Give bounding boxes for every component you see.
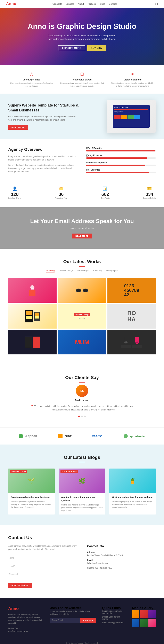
feelx-logo-text: feelix. [92, 434, 103, 438]
contact-section: Contact Us Anno template provides fully … [0, 525, 164, 598]
subscribe-button[interactable]: SUBSCRIBE [80, 618, 96, 623]
explore-more-button[interactable]: EXPLORE MORE [58, 45, 85, 51]
dot-3[interactable] [84, 416, 86, 417]
footer-col-gallery: Media Gallery [132, 606, 156, 633]
portfolio-item-7[interactable] [8, 330, 57, 354]
avatar-image: DL [76, 384, 88, 397]
footer-link-3[interactable]: Boost writing production [102, 622, 126, 624]
footer-link-2[interactable]: Design your perfect career [102, 616, 126, 620]
tile-4 [134, 115, 140, 119]
blog-card-2[interactable]: 🌿 OCTOBER 28, 2017 A guide to content ma… [59, 468, 105, 514]
gallery-thumb-6 [149, 619, 156, 627]
twitter-icon[interactable]: t [155, 2, 156, 5]
tab-creative[interactable]: Creative Design [59, 269, 73, 273]
stat-clients: 👤 128 Satisfied Clients [8, 186, 21, 199]
template-text: Superb Website Template for Startups & S… [8, 103, 79, 130]
ux-icon: ◎ [9, 72, 54, 77]
nav-links: Concepts Services About Portfolio Blogs … [52, 3, 117, 5]
portfolio-item-8[interactable]: MUM [58, 330, 106, 354]
tile-1 [114, 115, 121, 119]
skill-php-bar [86, 172, 156, 173]
portfolio-item-6[interactable]: ПОHA [107, 304, 156, 328]
template-section: Superb Website Template for Startups & S… [0, 94, 164, 139]
tab-branding[interactable]: Branding [46, 269, 54, 273]
portfolio-item-5[interactable]: Creative Design Portfolio [58, 304, 106, 328]
hero-section: Anno is Graphic Design Studio Graphic de… [0, 8, 164, 65]
support-label: Support Tickets [143, 197, 156, 199]
digital-desc: Digital Solutions is a service of a solu… [110, 82, 155, 88]
blog-card-1[interactable]: 🌱 JANUARY 31, 2019 Creating a website fo… [8, 468, 55, 514]
email-read-more-button[interactable]: READ MORE [72, 234, 92, 238]
hero-content: Anno is Graphic Design Studio Graphic de… [28, 22, 136, 51]
portfolio-item-4[interactable] [8, 304, 57, 328]
portfolio-item-2[interactable] [58, 278, 106, 303]
agency-desc2: We use the latest development standards … [8, 164, 78, 174]
name-input[interactable] [8, 555, 77, 561]
blog-title-3: Writing great content for your website [112, 496, 153, 499]
asphalt-logo-icon [19, 434, 23, 438]
blogs-num: 662 [101, 192, 110, 197]
feature-digital: ◈ Digital Solutions Digital Solutions is… [107, 72, 158, 88]
form-field-phone [8, 572, 77, 577]
dot-2[interactable] [81, 416, 83, 417]
svg-rect-2 [31, 288, 34, 290]
skill-jquery: jQuery Expertise [86, 154, 156, 159]
nav-link-contact[interactable]: Contact [109, 3, 117, 5]
portfolio-item-9[interactable] [107, 330, 156, 354]
dot-1[interactable] [78, 416, 80, 417]
brands-section: Asphalt bolt feelix. sproutsocial [0, 428, 164, 444]
digital-icon: ◈ [110, 72, 155, 77]
footer-gallery [132, 610, 156, 627]
tile-2 [121, 115, 127, 119]
testimonial-dots [8, 416, 156, 417]
gallery-thumb-4 [132, 619, 139, 627]
testimonial-name: David Levine [8, 399, 156, 402]
footer-link-1[interactable]: Engaging accountants and media [102, 610, 126, 614]
skill-php-fill [86, 172, 149, 173]
template-title: Superb Website Template for Startups & S… [8, 103, 79, 113]
nav-link-concepts[interactable]: Concepts [52, 3, 62, 5]
dark-tags [121, 337, 131, 348]
logo-text: Anno [6, 2, 16, 6]
digital-title: Digital Solutions [110, 78, 155, 81]
laptop-visual: CREATIVE MIX Design Studio [107, 100, 156, 133]
email-value: hello.info@yoursite.com [87, 562, 109, 564]
portfolio-item-1[interactable] [8, 278, 57, 303]
contact-info-title: Contact Info [87, 544, 156, 548]
screen-divider [114, 110, 148, 110]
nav-link-services[interactable]: Services [66, 3, 74, 5]
email-input[interactable] [8, 563, 77, 569]
nav-link-blogs[interactable]: Blogs [99, 3, 105, 5]
tab-stationery[interactable]: Stationery [93, 269, 102, 273]
portfolio-item-3[interactable]: 012345678942 [107, 278, 156, 303]
tab-web[interactable]: Web Design [77, 269, 89, 273]
email-section: Let Your Email Address Speak for You Joi… [0, 207, 164, 249]
contact-email: Email: hello.info@yoursite.com [87, 559, 156, 565]
buy-now-button[interactable]: BUY NOW [87, 45, 106, 51]
nav-link-about[interactable]: About [78, 3, 84, 5]
skill-html5-bar [86, 150, 156, 152]
blog-title-2: A guide to content management systems [61, 496, 103, 502]
clients-section: Our Clients Say DL David Levine " Very m… [0, 365, 164, 428]
nav-link-portfolio[interactable]: Portfolio [88, 3, 96, 5]
portfolio-grid: 012345678942 Creative Design Portfolio [8, 278, 156, 354]
newsletter-title: Join The Newsletter [50, 606, 96, 610]
creative-sub: Portfolio [79, 318, 85, 320]
laptop-screen: CREATIVE MIX Design Studio [113, 105, 150, 128]
newsletter-email-input[interactable] [50, 618, 80, 623]
feature-layout: ⊞ Responsive Layout Responsive is an app… [57, 72, 107, 88]
skill-php: PHP Expertise [86, 169, 156, 173]
stats-row: 👤 128 Satisfied Clients 📁 36 Projects a … [8, 182, 156, 199]
blogs-title: Our Latest Blogs [8, 455, 156, 460]
blog-card-3[interactable]: 🍍 Writing great content for your website… [109, 468, 156, 514]
facebook-icon[interactable]: f [153, 2, 153, 5]
footer-logo: Anno [8, 606, 44, 611]
blog-thumb-3: 🍍 [109, 468, 156, 493]
template-read-more-button[interactable]: READ MORE [8, 125, 28, 130]
tab-photo[interactable]: Photography [106, 269, 118, 273]
send-message-button[interactable]: SEND MESSAGE [8, 583, 32, 588]
svg-rect-1 [29, 290, 35, 296]
phone-input[interactable] [8, 572, 77, 577]
contact-grid: Anno template provides fully flexible te… [8, 544, 156, 588]
instagram-icon[interactable]: i [157, 2, 158, 5]
